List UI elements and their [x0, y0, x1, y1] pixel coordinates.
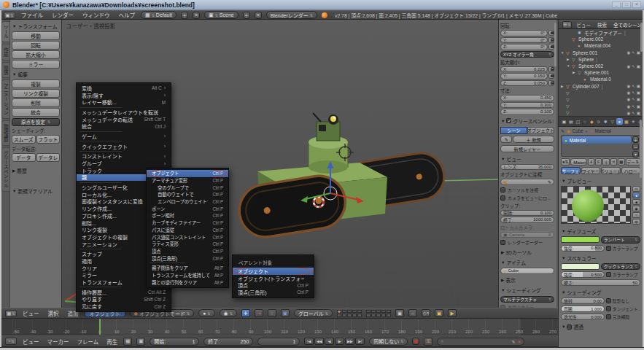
material-type-tab[interactable]: ハロー — [621, 167, 641, 174]
render-opengl-anim-icon[interactable]: ▶ — [448, 309, 457, 317]
gp-source-button[interactable]: オブジェクト — [527, 127, 554, 134]
expand-icon[interactable]: ▶ — [567, 58, 572, 61]
unlink-material-button[interactable]: ✕ — [610, 158, 617, 166]
rotation-field[interactable]: Y:0° — [500, 37, 548, 44]
menu[interactable]: 選択 — [47, 309, 61, 317]
dimension-field[interactable]: Z:0.100 — [500, 109, 554, 115]
gp-draw-mode-button[interactable]: ✎ — [500, 136, 512, 143]
user-count-badge[interactable]: 4 — [588, 158, 594, 166]
lock-icon[interactable] — [548, 73, 554, 79]
properties-tab-icon[interactable] — [568, 118, 575, 125]
outliner-row[interactable]: ▶ Cylinder.007 | ◉↖▣ — [559, 83, 643, 90]
lock-icon[interactable] — [548, 30, 554, 36]
diffuse-shader-dropdown[interactable]: ランバート⇅ — [601, 236, 640, 244]
eye-icon[interactable]: ◉ — [626, 64, 630, 69]
properties-tab-icon[interactable] — [561, 118, 567, 125]
eye-icon[interactable]: ◉ — [626, 111, 630, 115]
window-controls[interactable]: _□✕ — [612, 1, 641, 8]
menu-item[interactable]: アーマチュア変形 Ctrl P — [147, 177, 228, 184]
render-restrict-icon[interactable]: ▣ — [637, 111, 640, 115]
expand-icon[interactable]: ▼ — [567, 64, 572, 68]
diffuse-intensity-slider[interactable]: 強度:0.800 — [561, 245, 605, 252]
specular-color-swatch[interactable] — [561, 263, 600, 270]
specular-ramp-checkbox[interactable] — [606, 272, 611, 277]
menu[interactable]: ビュー — [575, 21, 593, 28]
panel-header-shading[interactable]: ▼シェーディング — [561, 287, 640, 298]
tool-shelf-tab[interactable]: 物理演算 — [1, 120, 9, 146]
render-restrict-icon[interactable]: ▣ — [637, 64, 640, 69]
toolshelf-button[interactable]: 削除 — [12, 98, 60, 107]
emit-slider[interactable]: 放射:0.00 — [561, 298, 605, 304]
expand-icon[interactable]: ▶ — [573, 71, 578, 74]
render-border-checkbox[interactable] — [500, 240, 505, 245]
menu-item[interactable]: 親子関係をクリア Alt P — [147, 265, 228, 272]
menu-item[interactable]: メッシュデータレイアウトを転送 — [77, 109, 171, 116]
menu-item[interactable]: コンストレイント — [77, 153, 171, 160]
panel-header-specular[interactable]: ▼スペキュラー — [561, 253, 640, 263]
menu[interactable]: ヘルプ — [117, 11, 137, 19]
tool-shelf-tab[interactable]: アニメーション — [1, 79, 9, 119]
toolshelf-button[interactable]: リンク複製 — [12, 89, 60, 98]
new-material-button[interactable]: ＋ — [602, 158, 610, 166]
lock-icon[interactable] — [548, 80, 554, 86]
playback-button[interactable]: ▶| — [355, 338, 365, 345]
toolshelf-button[interactable]: 移動 — [12, 31, 60, 40]
gp-source-button[interactable]: シーン — [500, 127, 527, 134]
keying-set-icon[interactable]: ⚿ — [424, 338, 432, 346]
pivot-point-dropdown[interactable]: ◉⇅ — [220, 309, 237, 317]
menu-item[interactable]: 空のグループで Ctrl P — [147, 184, 228, 191]
scrollbar[interactable] — [554, 23, 556, 66]
specular-shader-dropdown[interactable]: クックトランス⇅ — [601, 263, 640, 271]
playback-button[interactable]: |◀ — [304, 338, 314, 345]
menu-item[interactable]: 変換 Alt C — [77, 85, 171, 92]
dimension-field[interactable]: X:0.450 — [500, 95, 554, 101]
menu-item[interactable]: オブジェクト(トランスフォーム維持) — [233, 275, 314, 282]
preview-shape-button[interactable]: ■ — [632, 199, 640, 205]
playback-button[interactable]: ◀◀ — [314, 338, 324, 345]
current-frame-field[interactable]: 1 — [257, 338, 300, 346]
scene-selector[interactable]: ▣⇅Scene — [204, 11, 238, 19]
tangent-checkbox[interactable] — [606, 306, 611, 311]
translucency-slider[interactable]: 透光性:0.000 — [561, 314, 605, 320]
tool-shelf-tab[interactable]: 作成 — [1, 44, 9, 61]
playback-button[interactable]: ◀ — [325, 338, 334, 345]
clip-end-field[interactable]: 終了:1000.000 — [500, 217, 554, 223]
menu[interactable]: レンダー — [50, 11, 75, 19]
ambient-slider[interactable]: 周囲:1.000 — [561, 306, 605, 312]
material-type-tab[interactable]: サーフェ — [561, 167, 581, 174]
menu-item[interactable]: パス追従コンストレイント Ctrl P — [147, 233, 228, 241]
gp-new-button[interactable]: ＋新規 — [513, 136, 554, 143]
menu-item[interactable]: ボーン相対 Ctrl P — [147, 212, 228, 219]
toolshelf-button[interactable]: データ — [12, 153, 36, 162]
menu-item[interactable]: 表示/隠す — [77, 92, 171, 99]
outliner-row[interactable]: モディファイアー | ◉↖▣ — [559, 29, 643, 36]
menu-item[interactable]: レイヤー移動... M — [77, 98, 171, 106]
panel-header-item[interactable]: ▼アイテム — [500, 257, 554, 268]
panel-header-display[interactable]: ▶表示 — [500, 275, 554, 285]
remove-layout-button[interactable]: ✕ — [193, 12, 200, 19]
expand-icon[interactable]: ▼ — [561, 51, 566, 55]
tool-shelf-tab[interactable]: グリースペンシル — [1, 147, 9, 191]
material-slot-list[interactable]: ● Material ＋ － ▾ — [561, 135, 640, 157]
panel-header-shading[interactable]: ▼シェーディング — [500, 285, 554, 295]
selectable-icon[interactable]: ↖ — [632, 111, 635, 115]
render-restrict-icon[interactable]: ▣ — [637, 97, 640, 101]
selectable-icon[interactable]: ↖ — [632, 84, 635, 88]
data-menu-dropdown[interactable]: デー⇅ — [626, 158, 640, 166]
viewport-shading-dropdown[interactable]: ●⇅ — [198, 309, 214, 317]
grease-pencil-checkbox[interactable] — [506, 118, 511, 123]
render-restrict-icon[interactable]: ▣ — [637, 84, 640, 88]
lock-time-icon[interactable]: ▣ — [136, 338, 145, 346]
cubic-checkbox[interactable] — [606, 314, 611, 319]
lock-icon[interactable] — [548, 44, 554, 50]
properties-tab-icon[interactable] — [582, 118, 589, 125]
expand-icon[interactable]: ▶ — [561, 85, 566, 88]
sync-dropdown[interactable]: 同期しない⇅ — [369, 338, 408, 346]
render-opengl-icon[interactable]: ▣ — [435, 309, 443, 317]
outliner-row[interactable]: ▶ Sphere.001 ◉↖▣ — [559, 69, 643, 76]
menu-item[interactable]: ラティス変形 Ctrl P — [147, 241, 228, 248]
render-engine-selector[interactable]: Blenderレンダー⇅ — [266, 11, 317, 19]
editor-type-button[interactable]: ▣⇅ — [4, 12, 15, 19]
menu-item[interactable]: エンベロープのウェイトで Ctrl P — [147, 198, 228, 206]
render-restrict-icon[interactable]: ▣ — [637, 104, 640, 109]
